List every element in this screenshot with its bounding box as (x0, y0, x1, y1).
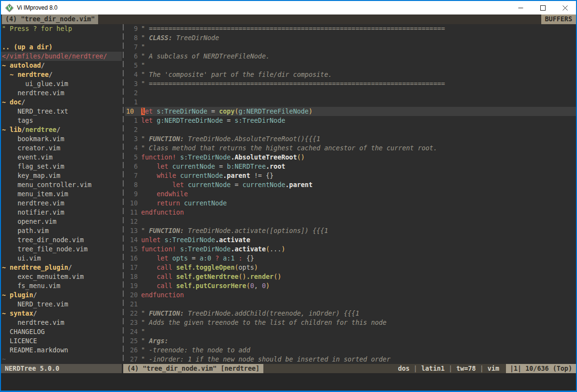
code-line[interactable]: 6" A subclass of NERDTreeFileNode. (125, 52, 576, 61)
code-line[interactable]: 24" (125, 327, 576, 336)
tree-item[interactable]: ~ syntax/ (1, 309, 122, 318)
tree-item[interactable]: ~ lib/nerdtree/ (1, 125, 122, 134)
tree-item[interactable]: creator.vim (1, 144, 122, 153)
text-segment-fg: = (188, 255, 200, 262)
tree-item[interactable]: key_map.vim (1, 171, 122, 180)
tree-item[interactable]: ~ doc/ (1, 98, 122, 107)
code-line[interactable]: 11endfunction (125, 208, 576, 217)
tree-item[interactable]: ui_glue.vim (1, 79, 122, 88)
tab-active-file[interactable]: (4) "tree_dir_node.vim" (2, 15, 98, 24)
tree-item[interactable]: bookmark.vim (1, 134, 122, 144)
tree-item[interactable]: CHANGELOG (1, 327, 122, 336)
text-segment-wb: .root (266, 163, 285, 170)
tree-item[interactable]: LICENCE (1, 336, 122, 346)
text-segment-red: : (239, 255, 243, 262)
line-number: 24 (125, 327, 138, 336)
tree-item[interactable]: .. (up a dir) (1, 43, 122, 52)
tab-bar: (4) "tree_dir_node.vim" BUFFERS (1, 15, 576, 24)
tree-item[interactable]: ~ nerdtree_plugin/ (1, 263, 122, 272)
tree-item[interactable]: tree_file_node.vim (1, 245, 122, 254)
code-line[interactable]: 27" -inOrder: 1 if the new node should b… (125, 355, 576, 364)
line-text: unlet s:TreeDirNode.activate (141, 235, 576, 245)
code-line[interactable]: 6 let currentNode = b:NERDTree.root (125, 162, 576, 171)
code-line[interactable]: 1let g:NERDTreeDirNode = s:TreeDirNode (125, 116, 576, 125)
code-line[interactable]: 15function! s:TreeDirNode.activate(...) (125, 245, 576, 254)
text-segment-teal: g:NERDTreeDirNode (157, 117, 223, 124)
code-line[interactable]: 19 call self.putCursorHere(0, 0) (125, 281, 576, 290)
line-text: " Class method that returns the highest … (141, 144, 576, 153)
text-segment-fg (141, 282, 157, 290)
code-line[interactable]: 13" FUNCTION: TreeDirNode.activate([opti… (125, 226, 576, 235)
text-segment-fg: menu_item.vim (2, 190, 68, 198)
code-line[interactable]: 26" -treenode: the node to add (125, 346, 576, 355)
tree-item[interactable]: ~ nerdtree/ (1, 70, 122, 79)
tree-item[interactable]: ui.vim (1, 254, 122, 263)
tree-item[interactable]: menu_item.vim (1, 189, 122, 199)
text-segment-fg: NERD_tree.vim (2, 301, 68, 308)
tree-item[interactable]: flag_set.vim (1, 162, 122, 171)
close-button[interactable] (554, 1, 576, 15)
code-line[interactable]: 1 (125, 98, 576, 107)
minimize-button[interactable] (509, 1, 532, 15)
code-line[interactable]: 25" Args: (125, 336, 576, 346)
line-number: 9 (125, 24, 138, 33)
text-segment-cm: " ======================================… (141, 25, 445, 32)
code-line[interactable]: 10 return currentNode (125, 199, 576, 208)
tree-item[interactable]: exec_menuitem.vim (1, 272, 122, 281)
tree-item[interactable]: NERD_tree.vim (1, 300, 122, 309)
text-segment-cm: " (141, 227, 149, 234)
text-segment-cm: " (141, 62, 145, 69)
code-line[interactable]: 4" Class method that returns the highest… (125, 144, 576, 153)
text-segment-dirb: .. (up a dir) (2, 44, 53, 51)
tree-item[interactable]: nerdtree.vim (1, 318, 122, 327)
code-line[interactable]: 3" =====================================… (125, 79, 576, 88)
tree-item[interactable]: " Press ? for help (1, 24, 122, 33)
tree-item[interactable]: ~ plugin/ (1, 290, 122, 300)
tree-item[interactable]: nerdtree.vim (1, 199, 122, 208)
code-line[interactable]: 16 let opts = a:0 ? a:1 : {} (125, 254, 576, 263)
code-line[interactable]: 8" CLASS: TreeDirNode (125, 33, 576, 43)
tree-item[interactable]: NERD_tree.txt (1, 107, 122, 116)
tree-item[interactable]: nerdtree.vim (1, 88, 122, 98)
code-line[interactable]: 8 let currentNode = currentNode.parent (125, 180, 576, 189)
editor-pane[interactable]: 9" =====================================… (125, 24, 576, 364)
code-line[interactable]: 18 call self.getNerdtree().render() (125, 272, 576, 281)
buffers-tab[interactable]: BUFFERS (541, 15, 576, 24)
tree-item[interactable]: fs_menu.vim (1, 281, 122, 290)
tree-root-item[interactable]: </vimfiles/bundle/nerdtree/ (1, 52, 122, 61)
tree-item[interactable]: opener.vim (1, 217, 122, 226)
code-line-current[interactable]: 10let s:TreeDirNode = copy(g:NERDTreeFil… (125, 107, 576, 116)
tree-item[interactable]: ~ autoload/ (1, 61, 122, 70)
code-line[interactable]: 17 call self.toggleOpen(opts) (125, 263, 576, 272)
tree-item[interactable]: ~ (1, 355, 122, 364)
tree-item[interactable]: tags (1, 116, 122, 125)
code-line[interactable]: 2 (125, 125, 576, 134)
tree-item[interactable]: path.vim (1, 226, 122, 235)
tree-item[interactable]: README.markdown (1, 346, 122, 355)
maximize-button[interactable] (532, 1, 554, 15)
code-line[interactable]: 7 while currentNode.parent != {} (125, 171, 576, 180)
tree-item[interactable]: event.vim (1, 153, 122, 162)
line-text: " A subclass of NERDTreeFileNode. (141, 52, 576, 61)
code-line[interactable]: 5" (125, 61, 576, 70)
code-line[interactable]: 9" =====================================… (125, 24, 576, 33)
code-line[interactable]: 2 (125, 88, 576, 98)
code-line[interactable]: 21 (125, 300, 576, 309)
code-line[interactable]: 7" (125, 43, 576, 52)
code-line[interactable]: 4" The 'composite' part of the file/dir … (125, 70, 576, 79)
code-line[interactable]: 14unlet s:TreeDirNode.activate (125, 235, 576, 245)
code-line[interactable]: 22" FUNCTION: TreeDirNode.addChild(treen… (125, 309, 576, 318)
tree-item[interactable]: notifier.vim (1, 208, 122, 217)
code-line[interactable]: 3" FUNCTION: TreeDirNode.AbsoluteTreeRoo… (125, 134, 576, 144)
code-line[interactable]: 12 (125, 217, 576, 226)
tree-item[interactable]: menu_controller.vim (1, 180, 122, 189)
window-separator[interactable] (122, 24, 125, 364)
tree-item[interactable]: tree_dir_node.vim (1, 235, 122, 245)
text-segment-red: unlet (141, 236, 160, 244)
code-line[interactable]: 5function! s:TreeDirNode.AbsoluteTreeRoo… (125, 153, 576, 162)
text-segment-cm: " The 'composite' part of the file/dir c… (141, 71, 332, 78)
code-line[interactable]: 23" Adds the given treenode to the list … (125, 318, 576, 327)
code-line[interactable]: 20endfunction (125, 290, 576, 300)
code-line[interactable]: 9 endwhile (125, 189, 576, 199)
text-segment-teal: s:TreeDirNode (180, 246, 231, 253)
